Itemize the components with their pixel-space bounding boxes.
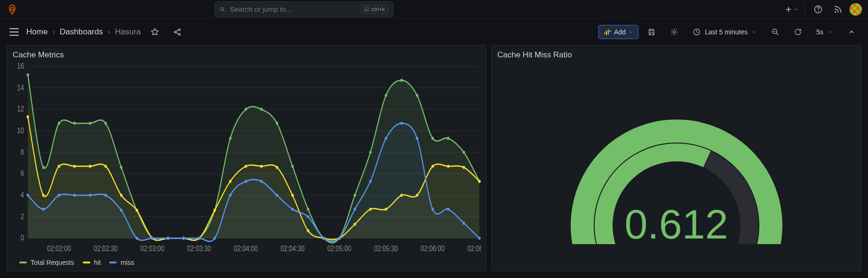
share-icon[interactable] bbox=[169, 24, 186, 40]
svg-point-125 bbox=[291, 208, 294, 211]
panel-cache-metrics[interactable]: Cache Metrics 024681012141602:02:0002:02… bbox=[7, 45, 486, 271]
svg-text:02:03:00: 02:03:00 bbox=[141, 245, 165, 253]
svg-point-66 bbox=[307, 208, 309, 211]
svg-point-82 bbox=[89, 165, 91, 168]
svg-point-17 bbox=[673, 31, 676, 33]
time-range-picker[interactable]: Last 5 minutes bbox=[687, 24, 762, 40]
svg-point-54 bbox=[120, 166, 122, 169]
favorite-star-icon[interactable] bbox=[146, 24, 163, 40]
svg-point-12 bbox=[179, 29, 181, 31]
svg-point-0 bbox=[11, 7, 14, 10]
svg-point-131 bbox=[385, 137, 387, 140]
svg-point-134 bbox=[431, 208, 434, 211]
svg-point-130 bbox=[369, 180, 372, 183]
svg-point-80 bbox=[58, 165, 60, 168]
svg-rect-16 bbox=[608, 29, 609, 34]
kbd-text: ctrl+k bbox=[371, 6, 385, 13]
svg-point-116 bbox=[151, 237, 153, 240]
svg-point-49 bbox=[42, 166, 45, 169]
gauge-chart[interactable]: 0.612 bbox=[492, 62, 861, 271]
svg-point-71 bbox=[385, 94, 387, 97]
svg-point-121 bbox=[229, 194, 231, 197]
svg-point-1 bbox=[221, 7, 223, 10]
search-input[interactable] bbox=[229, 5, 357, 14]
chevron-right-icon: › bbox=[52, 27, 55, 37]
svg-text:2: 2 bbox=[21, 212, 24, 221]
svg-point-120 bbox=[214, 237, 216, 240]
add-panel-button[interactable]: Add bbox=[598, 25, 638, 39]
save-icon bbox=[647, 28, 656, 36]
svg-rect-14 bbox=[604, 32, 605, 35]
line-chart[interactable]: 024681012141602:02:0002:02:3002:03:0002:… bbox=[7, 62, 486, 256]
panel-title: Cache Hit Miss Ratio bbox=[492, 46, 861, 62]
grafana-logo-icon[interactable] bbox=[6, 3, 19, 16]
legend-label: hit bbox=[94, 259, 101, 266]
legend-item-hit[interactable]: hit bbox=[83, 259, 101, 266]
refresh-button[interactable] bbox=[788, 24, 807, 40]
menu-toggle-icon[interactable] bbox=[8, 25, 21, 39]
legend-item-miss[interactable]: miss bbox=[109, 259, 134, 266]
svg-point-132 bbox=[400, 122, 403, 125]
svg-point-74 bbox=[431, 137, 434, 140]
add-menu-button[interactable] bbox=[783, 2, 800, 17]
svg-point-107 bbox=[478, 180, 480, 183]
svg-text:0: 0 bbox=[21, 234, 24, 242]
svg-point-92 bbox=[245, 165, 247, 168]
gauge-value-text: 0.612 bbox=[492, 200, 861, 248]
svg-point-109 bbox=[42, 208, 45, 211]
breadcrumb-dashboards[interactable]: Dashboards bbox=[60, 27, 103, 37]
svg-point-52 bbox=[89, 122, 91, 125]
svg-point-9 bbox=[818, 11, 819, 12]
svg-text:02:02:30: 02:02:30 bbox=[94, 245, 118, 253]
svg-point-79 bbox=[42, 194, 45, 197]
search-icon bbox=[220, 6, 225, 13]
svg-point-115 bbox=[135, 237, 138, 240]
svg-text:12: 12 bbox=[17, 105, 24, 113]
svg-text:16: 16 bbox=[17, 62, 24, 71]
user-avatar[interactable] bbox=[849, 3, 862, 16]
refresh-interval-picker[interactable]: 5s bbox=[811, 25, 838, 39]
svg-point-114 bbox=[120, 209, 122, 212]
svg-point-106 bbox=[462, 166, 465, 169]
svg-rect-6 bbox=[367, 8, 368, 9]
svg-point-81 bbox=[73, 165, 76, 168]
svg-text:02:06:30: 02:06:30 bbox=[468, 245, 481, 253]
save-button[interactable] bbox=[642, 24, 661, 40]
svg-point-78 bbox=[27, 115, 29, 119]
svg-text:10: 10 bbox=[17, 127, 24, 135]
svg-point-85 bbox=[135, 209, 138, 212]
legend-label: miss bbox=[120, 259, 134, 266]
help-icon[interactable] bbox=[810, 2, 827, 17]
svg-point-76 bbox=[462, 151, 465, 154]
svg-point-128 bbox=[338, 237, 340, 240]
svg-point-64 bbox=[276, 122, 278, 125]
breadcrumb-home[interactable]: Home bbox=[26, 27, 48, 37]
chevron-up-icon bbox=[848, 28, 855, 36]
svg-point-51 bbox=[73, 122, 76, 125]
settings-button[interactable] bbox=[665, 24, 684, 40]
svg-point-11 bbox=[174, 31, 176, 33]
global-search[interactable]: ctrl+k bbox=[215, 1, 393, 17]
news-feed-icon[interactable] bbox=[829, 2, 846, 17]
legend-swatch bbox=[19, 262, 27, 263]
refresh-icon bbox=[794, 28, 802, 36]
zoom-out-button[interactable] bbox=[766, 24, 785, 40]
legend-item-total[interactable]: Total Requests bbox=[19, 259, 74, 266]
legend-swatch bbox=[83, 262, 90, 263]
chart-legend: Total Requests hit miss bbox=[7, 256, 486, 271]
panel-cache-hit-miss-ratio[interactable]: Cache Hit Miss Ratio 0.612 bbox=[491, 45, 861, 271]
svg-text:02:02:00: 02:02:00 bbox=[47, 245, 71, 253]
svg-point-73 bbox=[416, 94, 418, 97]
svg-point-90 bbox=[214, 209, 216, 212]
svg-point-75 bbox=[447, 137, 449, 140]
panel-add-icon bbox=[604, 29, 611, 35]
topbar-right bbox=[783, 2, 862, 17]
divider bbox=[804, 4, 805, 15]
svg-text:02:05:00: 02:05:00 bbox=[327, 245, 351, 253]
svg-line-2 bbox=[223, 10, 225, 11]
cycle-view-mode-button[interactable] bbox=[842, 28, 860, 36]
clock-icon bbox=[693, 28, 701, 36]
svg-text:02:05:30: 02:05:30 bbox=[374, 245, 398, 253]
global-topbar: ctrl+k bbox=[0, 0, 868, 19]
svg-point-50 bbox=[58, 122, 60, 125]
